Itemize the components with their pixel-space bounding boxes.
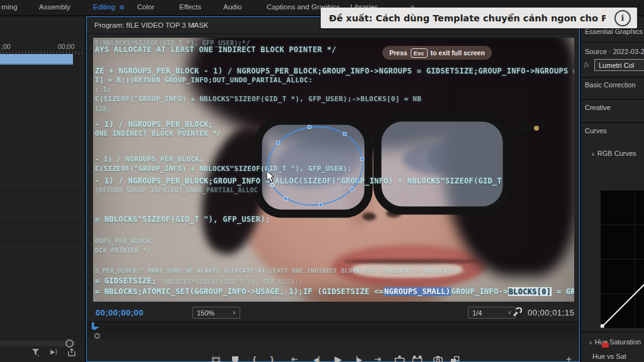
monitor-hscrollbar[interactable] — [87, 332, 579, 339]
mask-handle[interactable] — [284, 197, 287, 200]
chevron-down-icon: ∨ — [232, 310, 236, 315]
go-to-in-button[interactable]: ⇤ — [291, 354, 298, 362]
panel-divider — [581, 41, 644, 43]
chevron-down-icon: ∨ — [589, 340, 592, 346]
mask-path-overlay[interactable] — [93, 38, 574, 302]
rgb-curve-editor[interactable] — [601, 190, 644, 328]
workspace-tab-learning[interactable]: rning — [1, 3, 18, 11]
add-marker-button[interactable] — [232, 356, 238, 362]
tooltip-text: Press — [389, 49, 408, 57]
workspace-menu-icon[interactable]: ≡ — [119, 3, 125, 12]
filter-icon[interactable] — [31, 348, 40, 356]
fullscreen-tooltip: Press Esc to exit full screen — [382, 46, 492, 60]
panel-divider — [581, 99, 644, 100]
track-divider — [0, 277, 85, 277]
rgb-curves-header[interactable]: ∨RGB Curves — [591, 147, 636, 158]
rgb-curves-label: RGB Curves — [597, 150, 636, 157]
playhead-marker[interactable] — [91, 322, 101, 332]
source-clip-label: Source · 2022-03-2 — [585, 48, 644, 55]
panel-divider — [581, 331, 644, 332]
track-divider — [0, 216, 85, 217]
track-divider — [0, 246, 85, 247]
program-monitor-panel: Program: fILE VIDEO TOP 3 MASK ≡ — [86, 16, 580, 362]
lift-button[interactable] — [394, 356, 405, 362]
resolution-value: 1/4 — [472, 309, 482, 317]
section-creative[interactable]: Creative — [585, 104, 611, 111]
timeline-scroll-knob[interactable] — [65, 339, 74, 348]
step-back-button[interactable]: ◀▏ — [313, 354, 324, 362]
settings-wrench-icon[interactable] — [512, 307, 522, 317]
zoom-level-value: 150% — [197, 309, 214, 317]
effect-item-lumetri-color[interactable]: Lumetri Col — [594, 59, 644, 71]
timeline-ruler-end: 00;00 — [58, 43, 74, 50]
notification-banner[interactable]: Đề xuất: Cách dùng Template chuyển cảnh … — [321, 8, 637, 28]
play-button[interactable]: ▶ — [335, 354, 342, 362]
tab-essential-graphics[interactable]: Essential Graphics — [585, 28, 643, 35]
play-around-icon[interactable]: ▶) — [50, 348, 57, 355]
info-icon[interactable]: i — [614, 10, 631, 26]
panel-divider — [581, 77, 644, 78]
hue-vs-sat-label[interactable]: Hue vs Sat — [592, 353, 626, 360]
mask-handle[interactable] — [343, 133, 347, 136]
hue-saturation-header[interactable]: ∨Hue Saturation — [589, 336, 641, 347]
sequence-duration: 00;00;01;15 — [528, 308, 574, 317]
monitor-scroll-knob[interactable] — [94, 333, 100, 339]
step-forward-button[interactable]: ▕▶ — [352, 354, 362, 362]
go-to-out-button[interactable]: ⇥ — [374, 354, 381, 362]
monitor-scrubber[interactable] — [87, 321, 579, 332]
effect-name: Lumetri Col — [599, 62, 634, 69]
export-frame-camera-button[interactable] — [433, 356, 443, 362]
workspace-tab-effects[interactable]: Effects — [179, 3, 201, 11]
safe-margins-button[interactable] — [212, 357, 220, 362]
comparison-view-button[interactable] — [450, 356, 460, 362]
track-divider — [0, 185, 85, 185]
mask-handle[interactable] — [308, 126, 311, 129]
panel-menu-icon[interactable]: ≡ — [191, 21, 196, 30]
playback-resolution-dropdown[interactable]: 1/4 ∨ — [468, 307, 516, 319]
timeline-panel: ;00 00;00 ▶) — [0, 16, 85, 362]
timeline-hscrollbar[interactable] — [0, 341, 75, 346]
chevron-down-icon: ∨ — [508, 310, 511, 315]
button-editor-add-icon[interactable]: + — [566, 353, 572, 362]
mark-in-button[interactable]: { — [253, 354, 256, 362]
workspace-tab-audio[interactable]: Audio — [223, 3, 242, 11]
extract-button[interactable] — [412, 356, 423, 362]
esc-key-icon: Esc — [411, 48, 428, 58]
fx-badge-icon: fx — [584, 61, 589, 68]
workspace-tab-editing[interactable]: Editing — [93, 3, 115, 11]
chevron-down-icon: ∨ — [591, 151, 595, 157]
notification-text: Đề xuất: Cách dùng Template chuyển cảnh … — [321, 13, 606, 23]
mask-handle[interactable] — [361, 158, 364, 161]
curve-point-handle[interactable] — [601, 324, 604, 328]
zoom-level-dropdown[interactable]: 150% ∨ — [192, 307, 240, 319]
mark-out-button[interactable]: } — [270, 354, 274, 362]
lumetri-color-panel: Essential Graphics Source · 2022-03-2 fx… — [581, 16, 644, 362]
workspace-tab-assembly[interactable]: Assembly — [39, 3, 70, 11]
tooltip-text: to exit full screen — [431, 49, 485, 57]
mask-handle[interactable] — [277, 141, 280, 145]
playhead-timecode[interactable]: 00;00;00;00 — [96, 308, 143, 317]
section-curves[interactable]: Curves — [585, 127, 607, 134]
timeline-work-area-bar[interactable] — [0, 54, 73, 65]
program-monitor-canvas[interactable]: E(NBLOCKS*SIZEOF(GID_T *), GFP_USER);*/ … — [93, 38, 574, 302]
section-basic-correction[interactable]: Basic Correction — [585, 81, 636, 89]
workspace-tab-color[interactable]: Color — [137, 3, 154, 11]
watermark-badge — [602, 343, 609, 348]
timeline-ruler-start: ;00 — [1, 43, 11, 50]
export-icon[interactable] — [67, 348, 76, 356]
mask-handle[interactable] — [319, 204, 323, 207]
premiere-pro-app: { "menu_bar": { "items": [ {"label": "rn… — [0, 0, 644, 362]
mask-handle[interactable] — [351, 188, 354, 191]
panel-divider — [581, 122, 644, 123]
